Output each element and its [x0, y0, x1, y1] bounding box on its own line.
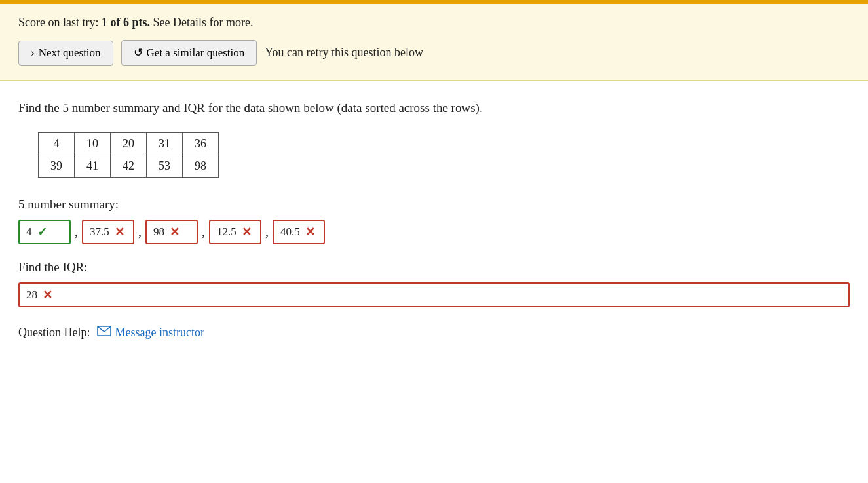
iqr-input-box: 28 ✕ [18, 282, 850, 307]
summary-input-box-1[interactable]: 37.5✕ [82, 220, 134, 244]
summary-input-box-2[interactable]: 98✕ [145, 220, 198, 244]
summary-inputs: 4✓,37.5✕,98✕,12.5✕,40.5✕ [18, 220, 850, 244]
question-help: Question Help: Message instructor [18, 326, 850, 339]
summary-input-box-4[interactable]: 40.5✕ [273, 220, 325, 244]
table-cell: 53 [147, 155, 183, 177]
table-cell: 20 [111, 132, 147, 155]
score-suffix: See Details for more. [150, 16, 253, 29]
question-text: Find the 5 number summary and IQR for th… [18, 99, 850, 118]
message-instructor-link[interactable]: Message instructor [97, 326, 204, 339]
score-value: 1 of 6 pts. [102, 16, 150, 29]
iqr-x-icon: ✕ [43, 288, 52, 302]
help-label: Question Help: [18, 326, 90, 339]
comma-separator: , [75, 224, 78, 239]
main-content: Find the 5 number summary and IQR for th… [0, 81, 868, 353]
iqr-section: Find the IQR: 28 ✕ [18, 260, 850, 307]
x-icon: ✕ [115, 225, 124, 239]
next-question-button[interactable]: › Next question [18, 41, 113, 66]
summary-section: 5 number summary: 4✓,37.5✕,98✕,12.5✕,40.… [18, 197, 850, 244]
score-banner: Score on last try: 1 of 6 pts. See Detai… [0, 4, 868, 81]
comma-separator: , [138, 224, 142, 239]
summary-input-value-1: 37.5 [90, 225, 109, 239]
next-chevron-icon: › [31, 47, 35, 60]
score-prefix: Score on last try: [18, 16, 102, 29]
table-cell: 10 [75, 132, 111, 155]
similar-question-button[interactable]: ↺ Get a similar question [121, 40, 257, 66]
x-icon: ✕ [305, 225, 315, 239]
table-cell: 39 [39, 155, 75, 177]
summary-input-box-3[interactable]: 12.5✕ [209, 220, 261, 244]
table-cell: 41 [75, 155, 111, 177]
action-buttons: › Next question ↺ Get a similar question… [18, 40, 850, 66]
score-text: Score on last try: 1 of 6 pts. See Detai… [18, 16, 850, 29]
iqr-value[interactable]: 28 [26, 288, 37, 301]
x-icon: ✕ [242, 225, 252, 239]
next-question-label: Next question [39, 47, 101, 60]
envelope-icon [97, 326, 111, 339]
similar-question-label: Get a similar question [147, 47, 245, 60]
summary-input-value-3: 12.5 [217, 225, 236, 239]
table-cell: 36 [183, 132, 219, 155]
table-cell: 31 [147, 132, 183, 155]
comma-separator: , [265, 224, 269, 239]
table-cell: 98 [183, 155, 219, 177]
comma-separator: , [202, 224, 205, 239]
table-cell: 4 [39, 132, 75, 155]
refresh-icon: ↺ [134, 46, 143, 60]
iqr-label: Find the IQR: [18, 260, 850, 275]
summary-input-value-2: 98 [153, 225, 164, 239]
data-table: 4102031363941425398 [38, 132, 219, 178]
summary-label: 5 number summary: [18, 197, 850, 212]
x-icon: ✕ [170, 225, 179, 239]
message-instructor-label: Message instructor [115, 326, 204, 339]
summary-input-value-0: 4 [26, 225, 32, 239]
table-cell: 42 [111, 155, 147, 177]
summary-input-value-4: 40.5 [280, 225, 300, 239]
retry-text: You can retry this question below [265, 46, 423, 60]
check-icon: ✓ [37, 225, 47, 239]
summary-input-box-0[interactable]: 4✓ [18, 220, 71, 244]
